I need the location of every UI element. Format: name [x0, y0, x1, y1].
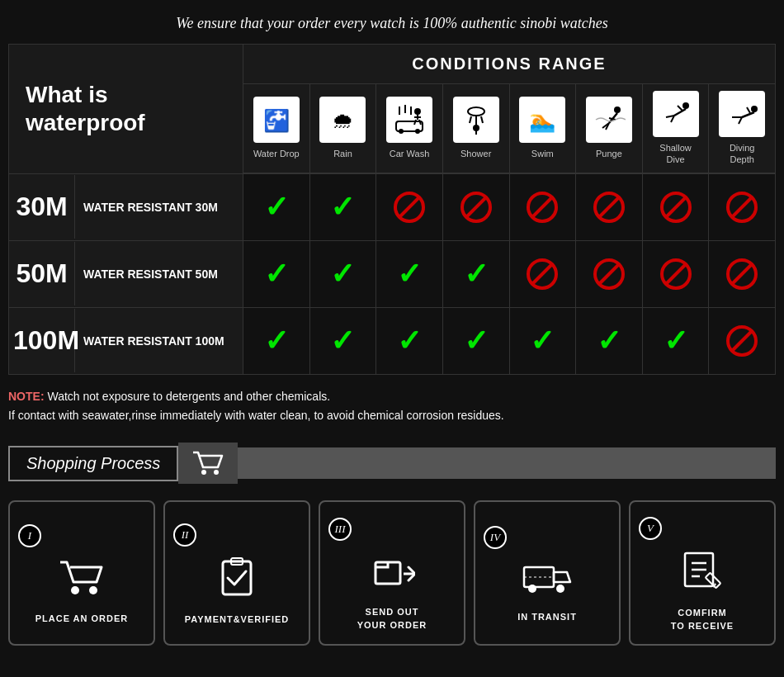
row-30m: 30M WATER RESISTANT 30M ✓ ✓ [8, 174, 776, 241]
cell-30m-1: ✓ [243, 174, 310, 240]
shower-label: Shower [460, 148, 491, 159]
col-swim: 🏊 Swim [510, 84, 577, 173]
row-100m-cells: ✓ ✓ ✓ ✓ ✓ ✓ ✓ [243, 308, 776, 375]
svg-point-44 [214, 470, 219, 475]
row-50m-left: 50M WATER RESISTANT 50M [8, 241, 243, 308]
svg-text:🚰: 🚰 [263, 107, 290, 134]
row-100m-left: 100M WATER RESISTANT 100M [8, 308, 243, 375]
step3-label: SEND OUTYOUR ORDER [357, 606, 427, 632]
cell-30m-5 [510, 174, 577, 240]
row-30m-label: WATER RESISTANT 30M [75, 188, 243, 226]
cell-30m-3 [376, 174, 443, 240]
cell-100m-7: ✓ [643, 308, 710, 374]
no-sign [660, 258, 692, 290]
step5-icon [680, 550, 725, 597]
shallow-dive-icon [653, 91, 699, 137]
water-drop-icon: 🚰 [253, 97, 300, 143]
car-wash-icon [386, 97, 432, 143]
car-wash-label: Car Wash [390, 148, 430, 159]
step4-num: IV [484, 526, 507, 549]
step-in-transit: IV IN TRANSIT [474, 500, 621, 646]
cart-icon [191, 449, 224, 477]
step4-icon [522, 559, 572, 601]
cell-50m-3: ✓ [376, 241, 443, 307]
step1-icon [59, 557, 105, 603]
note-section: NOTE: Watch not exposure to detergents a… [0, 375, 784, 435]
no-sign [394, 192, 425, 223]
diving-depth-icon [719, 91, 765, 137]
svg-marker-52 [554, 572, 570, 582]
svg-point-45 [71, 586, 79, 594]
col-shower: Shower [443, 84, 510, 173]
cell-100m-3: ✓ [376, 308, 443, 374]
no-sign [726, 325, 758, 357]
diving-depth-label: DivingDepth [730, 142, 755, 166]
cell-100m-6: ✓ [576, 308, 643, 374]
waterproof-section: What is waterproof CONDITIONS RANGE 🚰 Wa… [0, 44, 784, 375]
row-100m: 100M WATER RESISTANT 100M ✓ ✓ ✓ ✓ ✓ ✓ ✓ [8, 308, 776, 375]
step1-label: PLACE AN ORDER [35, 613, 129, 625]
step2-label: PAYMENT&VERIFIED [185, 613, 290, 626]
cell-100m-5: ✓ [510, 308, 577, 374]
waterproof-title: What is waterproof [26, 81, 226, 136]
row-50m-size: 50M [9, 242, 75, 305]
cell-50m-8 [709, 241, 775, 307]
cell-30m-2: ✓ [310, 174, 377, 240]
divider-bar [238, 447, 776, 479]
note-line2: If contact with seawater,rinse immediate… [8, 406, 776, 426]
cell-50m-5 [510, 241, 577, 307]
icon-row: 🚰 Water Drop 🌧 Rain [243, 84, 775, 173]
conditions-right: CONDITIONS RANGE 🚰 Water Drop [243, 44, 776, 174]
shallow-dive-label: ShallowDive [659, 142, 692, 166]
svg-point-6 [399, 129, 404, 134]
svg-rect-37 [725, 97, 758, 130]
step5-num: V [639, 517, 662, 540]
shopping-title: Shopping Process [8, 446, 178, 481]
rain-icon: 🌧 [319, 97, 366, 143]
rain-label: Rain [333, 148, 352, 159]
row-100m-size: 100M [9, 309, 75, 372]
step3-icon [369, 551, 415, 596]
step3-num: III [328, 518, 352, 541]
step2-header: II [173, 523, 300, 547]
row-30m-left: 30M WATER RESISTANT 30M [8, 174, 243, 241]
cell-30m-4 [443, 174, 510, 240]
step-payment: II PAYMENT&VERIFIED [163, 500, 310, 646]
svg-point-54 [556, 585, 564, 593]
col-car-wash: Car Wash [376, 84, 443, 173]
svg-point-26 [614, 107, 621, 113]
cell-50m-4: ✓ [443, 241, 510, 307]
shopping-header: Shopping Process [0, 434, 784, 488]
svg-point-43 [201, 470, 206, 475]
step5-header: V [639, 517, 766, 540]
cell-50m-6 [576, 241, 643, 307]
cell-30m-7 [643, 174, 710, 240]
no-sign [660, 192, 692, 223]
cell-100m-4: ✓ [443, 308, 510, 374]
swim-icon: 🏊 [519, 97, 565, 143]
no-sign [726, 258, 758, 290]
svg-text:🏊: 🏊 [529, 107, 556, 134]
step5-label: COMFIRMTO RECEIVE [671, 607, 734, 632]
step4-label: IN TRANSIT [517, 611, 577, 623]
note-text1: Watch not exposure to detergents and oth… [47, 390, 330, 403]
punge-label: Punge [596, 148, 622, 159]
step3-header: III [328, 518, 456, 541]
step4-header: IV [484, 526, 611, 549]
conditions-header: CONDITIONS RANGE [243, 45, 775, 84]
svg-point-8 [414, 108, 421, 115]
col-diving-depth: DivingDepth [709, 84, 775, 173]
water-drop-label: Water Drop [253, 148, 300, 159]
cell-30m-6 [576, 174, 643, 240]
shower-icon [453, 97, 499, 143]
svg-text:🌧: 🌧 [332, 108, 353, 133]
swim-label: Swim [531, 148, 554, 159]
row-30m-size: 30M [9, 175, 75, 239]
svg-point-46 [89, 586, 97, 594]
step-confirm: V COMFIRMTO RECEIVE [629, 500, 776, 646]
svg-rect-25 [593, 103, 626, 136]
conditions-header-row: What is waterproof CONDITIONS RANGE 🚰 Wa… [8, 44, 776, 174]
banner-text: We ensure that your order every watch is… [176, 15, 607, 31]
col-shallow-dive: ShallowDive [643, 84, 710, 173]
cart-icon-box [178, 443, 238, 484]
